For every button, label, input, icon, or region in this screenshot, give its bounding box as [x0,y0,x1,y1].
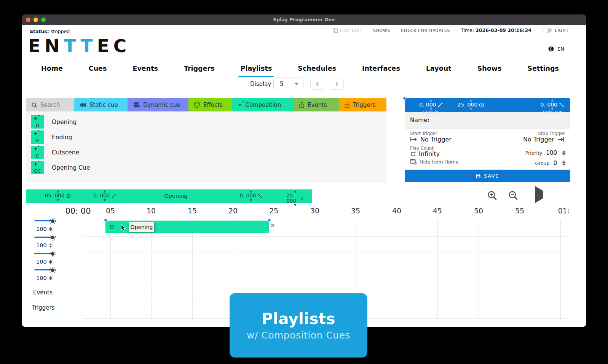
tab-triggers[interactable]: Triggers [182,63,217,77]
events-row-label: Events [33,289,53,296]
priority-stepper[interactable]: Priority 100 [525,149,567,156]
gridline [437,220,438,319]
ruler-tick: 40 [392,207,401,215]
filter-events-button[interactable]: Events [294,98,339,111]
track-3-intensity-stepper[interactable]: 100 [36,259,53,265]
filter-composition-button[interactable]: ✦✦ Composition [232,98,294,111]
tab-shows[interactable]: Shows [475,63,504,77]
spinner-arrows-icon[interactable] [48,243,53,248]
tab-interfaces[interactable]: Interfaces [360,63,402,77]
minimize-button[interactable] [34,17,38,22]
selected-cue-name: Opening [164,193,187,199]
shows-button[interactable]: SHOWS [373,28,390,33]
tab-events[interactable]: Events [130,63,160,77]
fade-out-stepper[interactable]: ▲ 0. 000 ▼ Fade out [540,99,564,115]
group-stepper[interactable]: Group 0 [535,160,567,167]
display-count-select[interactable]: 5 [273,78,303,90]
prev-page-button[interactable] [310,78,324,90]
live-edit-button[interactable]: LIVE EDIT [333,28,362,33]
display-label: Display [250,81,271,87]
track-2-intensity-stepper[interactable]: 100 [36,242,53,248]
play-button[interactable] [535,191,543,198]
brightness-knob-icon[interactable] [49,250,56,258]
spinner-arrows-icon[interactable] [48,259,53,265]
fade-in-stepper[interactable]: ▲ 0. 000 ▼ [94,190,116,202]
composition-cue-icon: ✦✦C [31,146,44,159]
status-label: Status: [30,29,49,34]
filter-triggers-button[interactable]: Triggers [339,98,386,111]
hide-from-home-toggle[interactable]: Hide from Home [410,159,458,165]
panel-handle-dot[interactable] [403,97,406,100]
fullscreen-button[interactable] [41,17,46,22]
clock-icon [479,102,484,108]
check-for-updates-button[interactable]: CHECK FOR UPDATES [401,28,450,33]
tab-cues[interactable]: Cues [86,63,109,77]
language-code: EN [557,46,564,52]
save-button[interactable]: SAVE [405,170,570,182]
play-count-selector[interactable]: Infinity [410,150,440,157]
brightness-knob-icon[interactable] [49,267,56,274]
palette-icon [194,102,200,108]
list-item-ending[interactable]: ✦✦E Ending [31,130,72,144]
block-start-handle[interactable] [104,218,107,222]
list-item-opening[interactable]: ✦✦O Opening [31,115,77,129]
filter-effects-button[interactable]: Effects [188,98,232,111]
tab-settings[interactable]: Settings [525,63,561,77]
ruler-tick: 25 [269,207,278,215]
list-item-cutscene[interactable]: ✦✦C Cutscene [31,146,79,159]
spinner-arrows-icon[interactable] [48,226,53,232]
tab-home[interactable]: Home [39,63,65,77]
duration-stepper[interactable]: ▲ 25. 000 ▼ [287,190,304,207]
overlay-title: Playlists [262,310,335,327]
theme-toggle[interactable] [542,28,552,33]
theme-toggle-label: LIGHT [555,28,569,33]
start-trigger-selector[interactable]: No Trigger [410,136,452,143]
fade-in-stepper[interactable]: ▲ 0. 000 ▼ Fade in [419,99,443,115]
composition-cue-icon: ✦✦E [31,130,44,144]
chevron-right-icon [335,81,338,86]
language-selector[interactable]: EN [548,46,564,52]
globe-icon [548,46,554,52]
brightness-knob-icon[interactable] [49,218,56,225]
zoom-in-button[interactable] [487,190,498,201]
ruler-tick: 55 [515,207,524,215]
fade-out-stepper[interactable]: ▲ 0. 000 ▼ [240,190,262,202]
ruler-tick: 30 [310,207,319,215]
gridline [560,220,561,319]
search-field[interactable] [26,98,74,111]
enttec-logo: ENTTEC [28,35,131,56]
start-trigger-label: Start Trigger [410,131,437,136]
track-4-intensity-stepper[interactable]: 100 [36,275,53,281]
block-end-handle[interactable] [268,218,271,222]
spinner-arrows-icon[interactable] [561,149,567,156]
search-input[interactable] [40,102,73,108]
duration-stepper[interactable]: ▲ 25. 000 ▼ [457,99,484,111]
next-page-button[interactable] [330,78,344,90]
ruler-tick: 15 [188,207,197,215]
filter-static-cue-button[interactable]: Static cue [74,98,128,111]
filter-dynamic-cue-button[interactable]: Dynamic cue [128,98,188,111]
start-time-stepper[interactable]: ▲ 05. 000 ▼ [45,190,71,202]
sparkles-icon: ✦✦ [238,102,243,108]
spinner-arrows-icon[interactable] [561,160,567,167]
play-icon [535,186,543,203]
delete-block-button[interactable]: ✕ [270,222,275,229]
tab-playlists[interactable]: Playlists [238,63,274,77]
ruler-tick: 50 [474,207,483,215]
track-1-intensity-stepper[interactable]: 100 [36,226,53,232]
home-grid-hidden-icon [410,159,417,165]
status-text: Status: stopped [30,29,70,34]
list-item-opening-cue[interactable]: ✦✦OC Opening Cue [31,161,90,174]
close-button[interactable] [26,17,30,22]
overlay-subtitle: w/ Composition Cues [247,330,350,341]
tab-schedules[interactable]: Schedules [295,63,338,77]
stop-trigger-selector[interactable]: No Trigger [523,136,565,143]
brightness-knob-icon[interactable] [49,234,56,241]
arrow-from-bar-icon [410,137,418,142]
tab-layout[interactable]: Layout [424,63,454,77]
spinner-arrows-icon[interactable] [48,275,53,281]
ruler-baseline [79,220,570,220]
chevron-left-icon [316,81,319,86]
fade-settings-header: ▲ 0. 000 ▼ Fade in ▲ 25. 000 ▼ ▲ 0. 000 … [405,98,570,112]
zoom-out-button[interactable] [508,190,519,201]
